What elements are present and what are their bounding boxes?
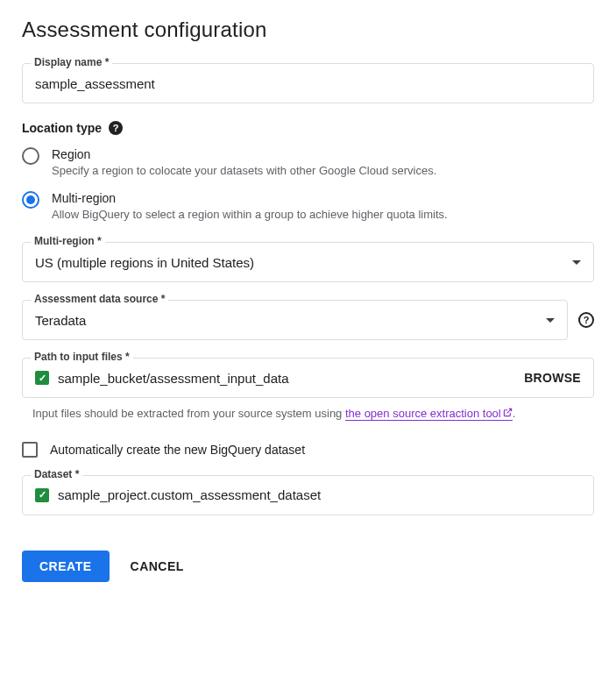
auto-create-label: Automatically create the new BigQuery da… [50,443,305,457]
display-name-value[interactable]: sample_assessment [35,76,581,91]
browse-button[interactable]: BROWSE [524,371,581,385]
location-type-header: Location type ? [22,121,594,135]
auto-create-checkbox[interactable] [22,442,38,458]
external-link-icon [503,408,513,417]
svg-line-0 [506,409,511,414]
input-path-helper: Input files should be extracted from you… [32,405,594,423]
input-path-value[interactable]: sample_bucket/assessment_input_data [58,371,515,386]
chevron-down-icon [572,260,581,265]
multi-region-value: US (multiple regions in United States) [35,255,563,270]
radio-region-control[interactable] [22,147,39,165]
data-source-label: Assessment data source * [31,293,168,305]
dataset-value[interactable]: sample_project.custom_assessment_dataset [58,487,581,502]
cancel-button[interactable]: CANCEL [131,559,184,573]
location-type-label: Location type [22,121,102,135]
input-path-field[interactable]: Path to input files * ✓ sample_bucket/as… [22,358,594,398]
page-title: Assessment configuration [22,18,594,42]
display-name-label: Display name * [31,56,112,68]
dataset-field[interactable]: Dataset * ✓ sample_project.custom_assess… [22,475,594,515]
radio-region[interactable]: Region Specify a region to colocate your… [22,147,594,179]
radio-multiregion-control[interactable] [22,191,39,209]
radio-multiregion[interactable]: Multi-region Allow BigQuery to select a … [22,191,594,223]
help-icon[interactable]: ? [109,121,123,135]
multi-region-field[interactable]: Multi-region * US (multiple regions in U… [22,242,594,282]
chevron-down-icon [546,318,555,323]
create-button[interactable]: CREATE [22,551,110,582]
radio-multiregion-title: Multi-region [52,191,594,205]
button-row: CREATE CANCEL [22,551,594,582]
extraction-tool-link[interactable]: the open source extraction tool [345,407,513,421]
multi-region-label: Multi-region * [31,235,105,247]
check-icon: ✓ [35,488,49,502]
data-source-field[interactable]: Assessment data source * Teradata [22,300,568,340]
radio-region-title: Region [52,147,594,161]
display-name-field[interactable]: Display name * sample_assessment [22,63,594,103]
auto-create-checkbox-row[interactable]: Automatically create the new BigQuery da… [22,442,594,458]
radio-multiregion-desc: Allow BigQuery to select a region within… [52,207,594,223]
data-source-value: Teradata [35,313,537,328]
check-icon: ✓ [35,371,49,385]
input-path-label: Path to input files * [31,351,133,363]
help-icon[interactable]: ? [578,312,594,328]
dataset-label: Dataset * [31,468,82,480]
radio-region-desc: Specify a region to colocate your datase… [52,163,594,179]
